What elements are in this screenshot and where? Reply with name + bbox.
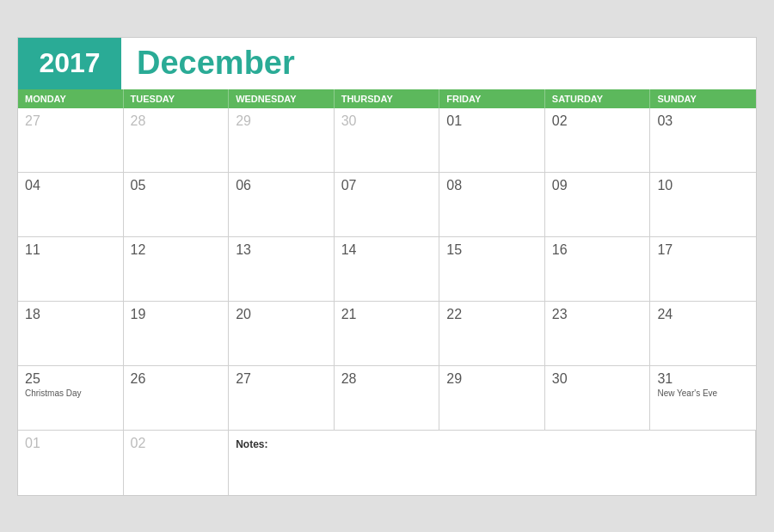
day-cell: 28 (124, 108, 230, 173)
day-cell: 29 (229, 108, 335, 173)
day-number: 06 (236, 178, 327, 193)
day-number: 29 (446, 371, 538, 387)
day-number: 07 (341, 178, 433, 193)
year-label: 2017 (39, 47, 100, 79)
day-cell: 03 (650, 108, 756, 173)
day-number: 21 (341, 307, 433, 322)
day-number: 18 (25, 307, 116, 322)
day-cell: 28 (335, 366, 440, 431)
day-cell: 23 (545, 302, 651, 366)
day-cell: 24 (650, 302, 756, 366)
day-cell: 07 (335, 173, 440, 237)
day-number: 10 (657, 178, 749, 193)
day-number: 12 (131, 242, 222, 258)
day-cell: 02 (124, 431, 230, 495)
day-number: 26 (131, 371, 222, 387)
day-number: 11 (25, 242, 116, 258)
day-cell: 20 (229, 302, 335, 366)
day-cell: 22 (439, 302, 545, 366)
day-cell: 21 (335, 302, 440, 366)
day-cell: 14 (335, 237, 440, 302)
day-number: 30 (341, 113, 433, 129)
day-number: 27 (25, 113, 116, 129)
day-cell: 09 (545, 173, 651, 237)
day-number: 25 (25, 371, 116, 387)
day-number: 04 (25, 178, 116, 193)
day-cell: 15 (439, 237, 545, 302)
day-header-sunday: SUNDAY (650, 89, 756, 108)
day-headers: MONDAYTUESDAYWEDNESDAYTHURSDAYFRIDAYSATU… (18, 89, 756, 108)
day-cell: 27 (18, 108, 124, 173)
day-cell: 08 (439, 173, 545, 237)
day-number: 31 (657, 371, 749, 387)
day-cell: 17 (650, 237, 756, 302)
day-cell: 01 (18, 431, 124, 495)
day-number: 15 (446, 242, 538, 258)
day-number: 22 (446, 307, 538, 322)
day-number: 14 (341, 242, 433, 258)
day-cell: 19 (124, 302, 230, 366)
day-header-tuesday: TUESDAY (124, 89, 230, 108)
day-cell: 02 (545, 108, 651, 173)
day-header-thursday: THURSDAY (335, 89, 440, 108)
calendar-grid: 2728293001020304050607080910111213141516… (18, 108, 756, 495)
day-cell: 12 (124, 237, 230, 302)
day-number: 27 (236, 371, 327, 387)
day-number: 05 (131, 178, 222, 193)
day-number: 16 (552, 242, 643, 258)
day-number: 13 (236, 242, 327, 258)
day-cell: 30 (335, 108, 440, 173)
day-number: 01 (446, 113, 538, 129)
day-number: 28 (341, 371, 433, 387)
event-label: New Year's Eve (657, 388, 749, 398)
day-number: 23 (552, 307, 643, 322)
calendar: 2017 December MONDAYTUESDAYWEDNESDAYTHUR… (17, 37, 757, 496)
day-number: 24 (657, 307, 749, 322)
day-cell: 29 (439, 366, 545, 431)
year-box: 2017 (18, 38, 121, 89)
day-cell: 16 (545, 237, 651, 302)
day-number: 28 (131, 113, 222, 129)
month-label: December (137, 45, 295, 82)
day-number: 29 (236, 113, 327, 129)
day-cell: 04 (18, 173, 124, 237)
day-cell: 30 (545, 366, 651, 431)
day-number: 19 (131, 307, 222, 322)
day-cell: 26 (124, 366, 230, 431)
day-header-saturday: SATURDAY (545, 89, 651, 108)
day-cell: 01 (439, 108, 545, 173)
notes-cell: Notes: (229, 431, 756, 495)
day-cell: 25Christmas Day (18, 366, 124, 431)
day-number: 02 (552, 113, 643, 129)
day-header-friday: FRIDAY (439, 89, 545, 108)
day-number: 03 (657, 113, 749, 129)
day-cell: 31New Year's Eve (650, 366, 756, 431)
calendar-header: 2017 December (18, 38, 756, 89)
day-number: 09 (552, 178, 643, 193)
day-cell: 06 (229, 173, 335, 237)
day-number: 20 (236, 307, 327, 322)
day-number: 02 (131, 436, 222, 451)
day-number: 30 (552, 371, 643, 387)
day-number: 01 (25, 436, 116, 451)
day-number: 08 (446, 178, 538, 193)
day-header-monday: MONDAY (18, 89, 124, 108)
day-cell: 18 (18, 302, 124, 366)
day-number: 17 (657, 242, 749, 258)
day-cell: 27 (229, 366, 335, 431)
day-cell: 05 (124, 173, 230, 237)
day-cell: 11 (18, 237, 124, 302)
day-cell: 10 (650, 173, 756, 237)
day-cell: 13 (229, 237, 335, 302)
notes-label: Notes: (236, 438, 267, 450)
event-label: Christmas Day (25, 388, 116, 398)
day-header-wednesday: WEDNESDAY (229, 89, 335, 108)
